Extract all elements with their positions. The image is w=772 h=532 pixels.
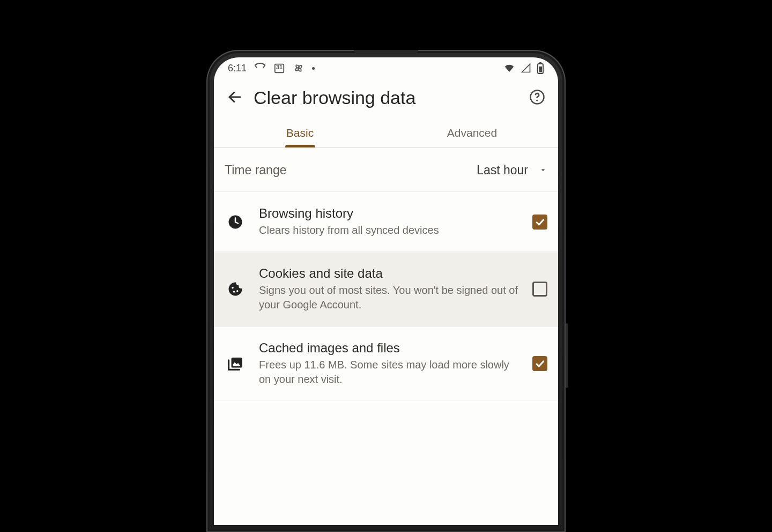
svg-rect-2 (539, 62, 541, 64)
svg-point-10 (236, 290, 239, 292)
history-icon (224, 214, 247, 230)
time-range-value: Last hour (477, 163, 528, 178)
svg-point-9 (233, 291, 235, 293)
help-button[interactable] (529, 89, 545, 107)
status-bar: 6:11 31 (214, 57, 558, 79)
chevron-down-icon (539, 163, 547, 178)
tabs: Basic Advanced (214, 117, 558, 147)
signal-icon (521, 63, 531, 73)
phone-side-button (566, 323, 568, 388)
status-overflow-dot (312, 67, 315, 70)
cache-checkbox[interactable] (532, 356, 547, 371)
calendar-icon: 31 (273, 62, 285, 74)
cache-subtitle: Frees up 11.6 MB. Some sites may load mo… (259, 358, 521, 387)
option-browsing-history[interactable]: Browsing history Clears history from all… (214, 192, 558, 252)
phone-screen: 6:11 31 (214, 57, 558, 525)
option-cookies[interactable]: Cookies and site data Signs you out of m… (214, 252, 558, 327)
svg-point-8 (232, 287, 234, 289)
page-title: Clear browsing data (254, 87, 415, 108)
time-range-dropdown[interactable]: Last hour (477, 163, 547, 178)
time-range-label: Time range (225, 163, 286, 178)
tab-basic[interactable]: Basic (214, 117, 386, 147)
option-cache[interactable]: Cached images and files Frees up 11.6 MB… (214, 327, 558, 401)
svg-rect-3 (539, 66, 542, 72)
tab-advanced[interactable]: Advanced (386, 117, 558, 147)
cookie-icon (224, 281, 247, 297)
missed-call-icon (254, 62, 266, 74)
wifi-icon (503, 62, 515, 74)
phone-frame: 6:11 31 (206, 50, 566, 532)
cookies-subtitle: Signs you out of most sites. You won't b… (259, 283, 521, 312)
calendar-day: 31 (273, 64, 285, 70)
svg-point-6 (536, 99, 538, 101)
history-checkbox[interactable] (532, 215, 547, 230)
fan-icon (293, 62, 305, 74)
status-time: 6:11 (228, 63, 247, 74)
history-title: Browsing history (259, 206, 521, 221)
cookies-checkbox[interactable] (532, 282, 547, 297)
back-button[interactable] (227, 89, 243, 107)
history-subtitle: Clears history from all synced devices (259, 223, 521, 238)
app-bar: Clear browsing data (214, 79, 558, 113)
battery-icon (537, 62, 544, 74)
cookies-title: Cookies and site data (259, 266, 521, 281)
cache-title: Cached images and files (259, 341, 521, 356)
images-icon (224, 356, 247, 372)
time-range-row[interactable]: Time range Last hour (214, 147, 558, 192)
